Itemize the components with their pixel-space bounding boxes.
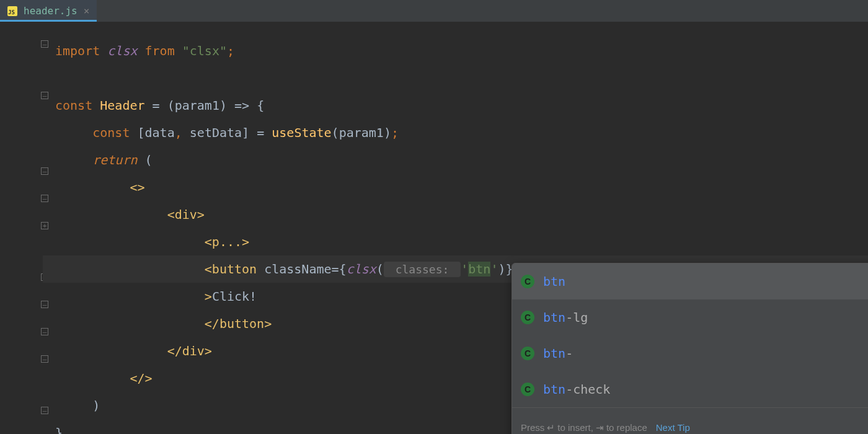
fold-toggle[interactable]: –	[41, 328, 48, 335]
editor: – – – – + – – – – – import clsx from "cl…	[0, 22, 868, 434]
js-file-icon: JS	[7, 6, 17, 16]
tab-bar: JS header.js ×	[0, 0, 868, 22]
autocomplete-item[interactable]: C btn-check	[512, 371, 868, 407]
more-icon[interactable]: ⋮	[863, 414, 868, 434]
autocomplete-item[interactable]: C btn-	[512, 335, 868, 371]
close-icon[interactable]: ×	[84, 5, 90, 17]
fold-toggle[interactable]: –	[41, 355, 48, 363]
autocomplete-item[interactable]: C btn	[512, 264, 868, 299]
tab-filename: header.js	[24, 5, 78, 17]
code-line: <p...>	[55, 228, 868, 255]
class-icon: C	[521, 311, 534, 324]
param-hint: classes:	[384, 262, 461, 277]
code-line: import clsx from "clsx";	[55, 37, 868, 64]
fold-toggle[interactable]: –	[41, 407, 48, 414]
code-line: <>	[55, 174, 868, 201]
gutter: – – – – + – – – – –	[0, 22, 53, 434]
fold-toggle[interactable]: –	[41, 92, 48, 99]
tab-header-js[interactable]: JS header.js ×	[0, 0, 97, 22]
code-line: const [data, setData] = useState(param1)…	[55, 119, 868, 146]
fold-toggle[interactable]: –	[41, 301, 48, 308]
next-tip-link[interactable]: Next Tip	[656, 414, 690, 434]
code-line: const Header = (param1) => {	[55, 92, 868, 119]
class-icon: C	[521, 275, 534, 288]
code-line	[55, 64, 868, 92]
fold-expand[interactable]: +	[41, 222, 48, 229]
class-icon: C	[521, 347, 534, 360]
autocomplete-footer: Press ↵ to insert, ⇥ to replace Next Tip…	[512, 407, 868, 434]
code-area[interactable]: import clsx from "clsx"; const Header = …	[53, 22, 868, 434]
enter-icon: ↵	[547, 414, 555, 434]
code-line: <div>	[55, 201, 868, 228]
autocomplete-item[interactable]: C btn-lg	[512, 299, 868, 335]
autocomplete-popup: C btn C btn-lg C btn- C btn-check Press …	[512, 263, 868, 434]
fold-toggle[interactable]: –	[41, 167, 48, 175]
fold-toggle[interactable]: –	[41, 40, 48, 48]
tab-icon: ⇥	[596, 414, 604, 434]
code-line: return (	[55, 146, 868, 174]
fold-toggle[interactable]: –	[41, 195, 48, 202]
class-icon: C	[521, 383, 534, 396]
